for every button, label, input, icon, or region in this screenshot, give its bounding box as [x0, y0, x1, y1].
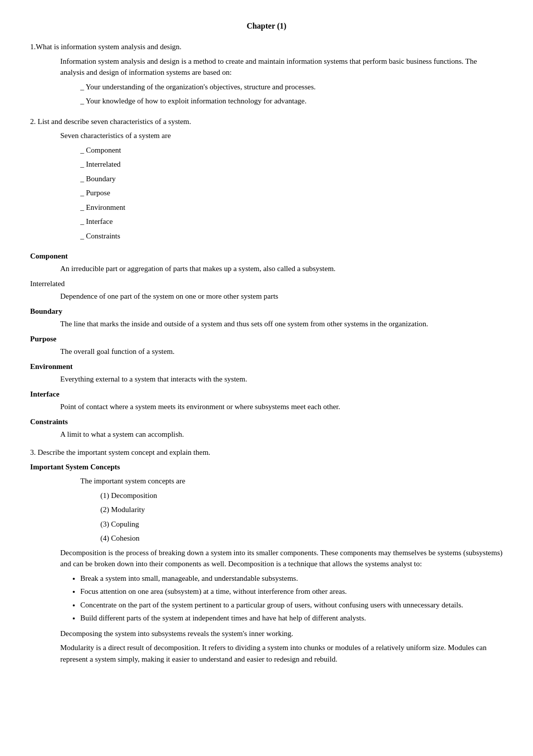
def-interrelated-text: Dependence of one part of the system on … — [60, 291, 503, 302]
def-constraints-text: A limit to what a system can accomplish. — [60, 429, 503, 440]
q2-item-6: _ Constraints — [80, 230, 503, 242]
q3-question: 3. Describe the important system concept… — [30, 447, 503, 458]
term-component: Component — [30, 250, 503, 262]
term-constraints: Constraints — [30, 416, 503, 428]
q3-body-p3: Modularity is a direct result of decompo… — [60, 642, 503, 665]
q3-bullet-list: Break a system into small, manageable, a… — [80, 573, 503, 624]
term-environment: Environment — [30, 361, 503, 372]
q2-item-1: _ Interrelated — [80, 159, 503, 170]
term-interrelated: Interrelated — [30, 278, 503, 290]
question-3: 3. Describe the important system concept… — [30, 447, 503, 665]
q2-item-3: _ Purpose — [80, 187, 503, 199]
q3-bullet-3: Build different parts of the system at i… — [80, 612, 503, 624]
def-component-text: An irreducible part or aggregation of pa… — [60, 263, 503, 275]
q1-answer-p2: _ Your understanding of the organization… — [80, 81, 503, 93]
term-purpose: Purpose — [30, 333, 503, 345]
q3-section-title: Important System Concepts — [30, 461, 503, 473]
q3-num-1: (2) Modularity — [100, 504, 503, 516]
question-1: 1.What is information system analysis an… — [30, 41, 503, 107]
q3-intro: The important system concepts are — [80, 475, 503, 487]
q1-answer-p3: _ Your knowledge of how to exploit infor… — [80, 95, 503, 107]
q3-num-3: (4) Cohesion — [100, 533, 503, 544]
chapter-title: Chapter (1) — [30, 20, 503, 32]
q2-item-4: _ Environment — [80, 202, 503, 213]
q3-num-0: (1) Decomposition — [100, 490, 503, 501]
q3-bullet-2: Concentrate on the part of the system pe… — [80, 599, 503, 611]
def-purpose-text: The overall goal function of a system. — [60, 346, 503, 357]
q3-num-2: (3) Copuling — [100, 519, 503, 530]
q2-item-0: _ Component — [80, 145, 503, 156]
q3-body-p1: Decomposition is the process of breaking… — [60, 547, 503, 570]
q3-bullet-1: Focus attention on one area (subsystem) … — [80, 586, 503, 597]
q1-answer-p1: Information system analysis and design i… — [60, 56, 503, 78]
q2-item-2: _ Boundary — [80, 173, 503, 185]
question-2: 2. List and describe seven characteristi… — [30, 116, 503, 242]
def-interrelated: Interrelated Dependence of one part of t… — [30, 278, 503, 302]
q3-body-p2: Decomposing the system into subsystems r… — [60, 628, 503, 640]
def-environment: Environment Everything external to a sys… — [30, 361, 503, 385]
q3-bullet-0: Break a system into small, manageable, a… — [80, 573, 503, 584]
term-boundary: Boundary — [30, 306, 503, 317]
def-boundary-text: The line that marks the inside and outsi… — [60, 318, 503, 330]
definitions-section: Component An irreducible part or aggrega… — [30, 250, 503, 440]
def-boundary: Boundary The line that marks the inside … — [30, 306, 503, 329]
def-interface-text: Point of contact where a system meets it… — [60, 401, 503, 413]
q2-item-5: _ Interface — [80, 216, 503, 227]
def-purpose: Purpose The overall goal function of a s… — [30, 333, 503, 357]
q2-question: 2. List and describe seven characteristi… — [30, 116, 503, 128]
def-environment-text: Everything external to a system that int… — [60, 373, 503, 385]
def-component: Component An irreducible part or aggrega… — [30, 250, 503, 274]
def-constraints: Constraints A limit to what a system can… — [30, 416, 503, 440]
term-interface: Interface — [30, 389, 503, 400]
q2-intro: Seven characteristics of a system are — [60, 130, 503, 142]
def-interface: Interface Point of contact where a syste… — [30, 389, 503, 412]
q1-question: 1.What is information system analysis an… — [30, 41, 503, 53]
